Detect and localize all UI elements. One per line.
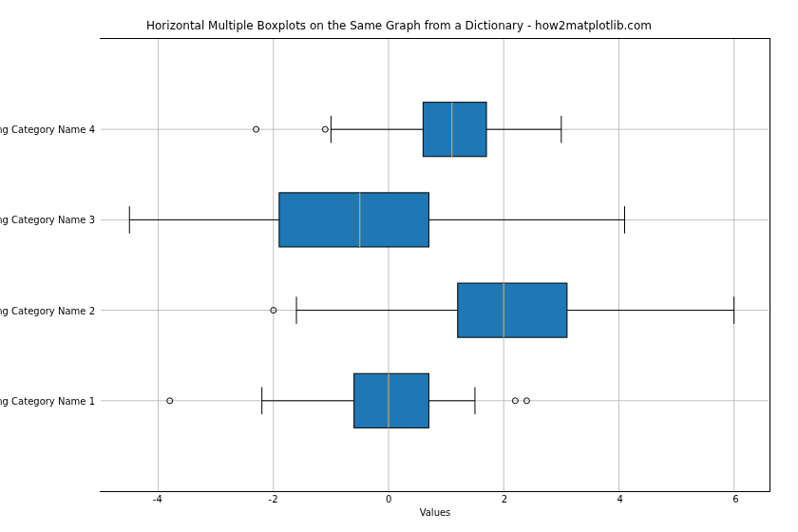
x-tick-label: -2 [269, 494, 278, 504]
x-axis-label: Values [100, 507, 770, 518]
axes [100, 38, 770, 492]
x-tick-label: -4 [153, 494, 162, 504]
y-tick-label: Long Category Name 2 [0, 305, 95, 315]
svg-rect-29 [458, 283, 567, 337]
y-tick-label: Long Category Name 4 [0, 124, 95, 134]
figure: Horizontal Multiple Boxplots on the Same… [0, 0, 798, 532]
boxplot-svg [100, 39, 770, 491]
x-tick-label: 2 [502, 494, 507, 504]
x-tick-label: 0 [386, 494, 391, 504]
x-tick-label: 4 [618, 494, 623, 504]
svg-rect-42 [423, 103, 486, 157]
y-tick-label: Long Category Name 3 [0, 215, 95, 225]
svg-rect-36 [279, 193, 429, 247]
svg-rect-20 [354, 373, 429, 428]
y-tick-label: Long Category Name 1 [0, 396, 95, 407]
chart-title: Horizontal Multiple Boxplots on the Same… [0, 19, 798, 32]
x-tick-label: 6 [732, 494, 738, 504]
